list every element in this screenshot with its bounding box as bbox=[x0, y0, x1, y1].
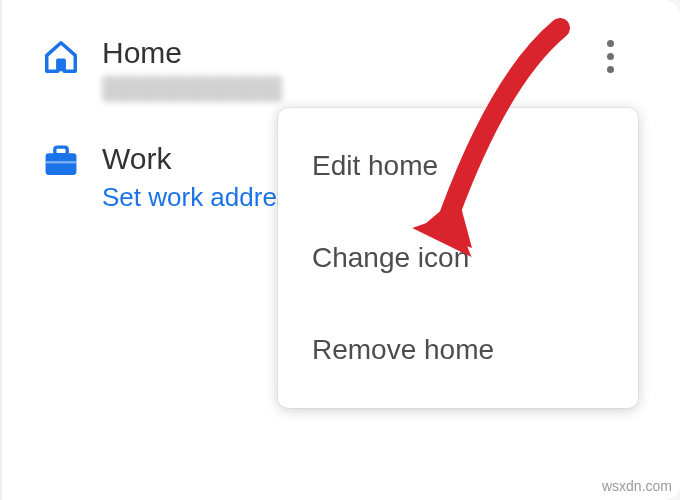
more-options-button[interactable] bbox=[590, 36, 630, 76]
context-menu: Edit home Change icon Remove home bbox=[278, 108, 638, 408]
svg-rect-0 bbox=[58, 60, 64, 71]
briefcase-icon bbox=[42, 140, 102, 178]
watermark: wsxdn.com bbox=[602, 478, 672, 494]
place-subtitle-home-redacted bbox=[102, 76, 282, 102]
place-title-home: Home bbox=[102, 36, 640, 70]
menu-item-edit-home[interactable]: Edit home bbox=[278, 120, 638, 212]
svg-rect-2 bbox=[55, 147, 67, 155]
svg-rect-3 bbox=[46, 161, 77, 163]
menu-item-remove-home[interactable]: Remove home bbox=[278, 304, 638, 396]
menu-item-change-icon[interactable]: Change icon bbox=[278, 212, 638, 304]
home-icon bbox=[42, 34, 102, 76]
